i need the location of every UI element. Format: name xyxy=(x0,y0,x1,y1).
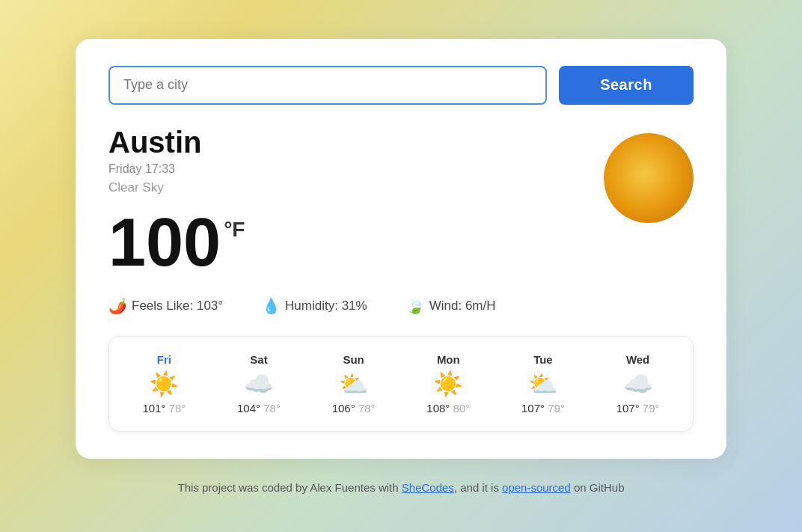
sunny-icon: ☀️ xyxy=(433,372,463,396)
wind-stat: 🍃 Wind: 6m/H xyxy=(406,297,496,315)
day-label: Wed xyxy=(626,353,649,366)
droplet-icon: 💧 xyxy=(262,297,281,315)
forecast-day-sat: Sat☁️104° 78° xyxy=(237,353,281,415)
day-temps: 106° 78° xyxy=(332,402,376,415)
day-label: Fri xyxy=(157,353,171,366)
forecast-row: Fri☀️101° 78°Sat☁️104° 78°Sun⛅106° 78°Mo… xyxy=(108,336,694,432)
forecast-day-mon: Mon☀️108° 80° xyxy=(426,353,470,415)
forecast-day-sun: Sun⛅106° 78° xyxy=(332,353,376,415)
day-temps: 108° 80° xyxy=(426,402,470,415)
opensource-link[interactable]: open-sourced xyxy=(502,481,571,494)
feels-like-label: Feels Like: 103° xyxy=(132,299,223,314)
day-label: Mon xyxy=(437,353,460,366)
weather-card: Search Austin Friday 17:33 Clear Sky 100… xyxy=(76,39,726,459)
footer: This project was coded by Alex Fuentes w… xyxy=(177,481,624,494)
city-info: Austin Friday 17:33 Clear Sky 100 °F xyxy=(108,126,604,276)
sunny-icon: ☀️ xyxy=(149,372,179,396)
temperature-display: 100 °F xyxy=(108,209,604,276)
search-button[interactable]: Search xyxy=(559,66,694,105)
city-section: Austin Friday 17:33 Clear Sky 100 °F xyxy=(108,126,694,276)
city-datetime: Friday 17:33 xyxy=(108,162,604,176)
search-row: Search xyxy=(108,66,694,105)
forecast-day-fri: Fri☀️101° 78° xyxy=(142,353,186,415)
day-temps: 101° 78° xyxy=(142,402,186,415)
footer-text-before: This project was coded by Alex Fuentes w… xyxy=(177,481,401,494)
day-temps: 107° 79° xyxy=(521,402,565,415)
footer-text-middle: , and it is xyxy=(454,481,502,494)
wind-icon: 🍃 xyxy=(406,297,425,315)
day-temps: 104° 78° xyxy=(237,402,281,415)
forecast-day-tue: Tue⛅107° 79° xyxy=(521,353,565,415)
forecast-day-wed: Wed☁️107° 79° xyxy=(616,353,660,415)
day-label: Sun xyxy=(343,353,364,366)
partly-cloudy-icon: ⛅ xyxy=(528,372,558,396)
day-label: Tue xyxy=(533,353,553,366)
cloudy-icon: ☁️ xyxy=(244,372,274,396)
feels-like-stat: 🌶️ Feels Like: 103° xyxy=(108,297,223,315)
day-label: Sat xyxy=(250,353,267,366)
stats-row: 🌶️ Feels Like: 103° 💧 Humidity: 31% 🍃 Wi… xyxy=(108,297,694,315)
thermometer-icon: 🌶️ xyxy=(108,297,127,315)
cloudy-icon: ☁️ xyxy=(623,372,653,396)
sun-icon xyxy=(604,133,694,223)
humidity-stat: 💧 Humidity: 31% xyxy=(262,297,367,315)
footer-text-after: on GitHub xyxy=(571,481,625,494)
humidity-label: Humidity: 31% xyxy=(285,299,367,314)
temperature-value: 100 xyxy=(108,209,221,276)
city-condition: Clear Sky xyxy=(108,180,604,195)
shecodes-link[interactable]: SheCodes xyxy=(402,481,454,494)
temperature-unit: °F xyxy=(224,219,245,240)
wind-label: Wind: 6m/H xyxy=(429,299,496,314)
city-name: Austin xyxy=(108,126,604,159)
partly-cloudy-icon: ⛅ xyxy=(339,372,369,396)
search-input[interactable] xyxy=(108,66,547,105)
day-temps: 107° 79° xyxy=(616,402,660,415)
